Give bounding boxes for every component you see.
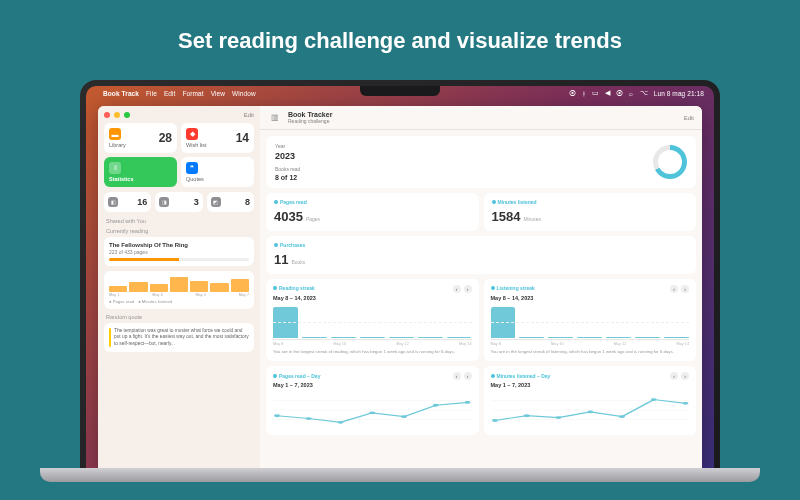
dot-icon [273,374,277,378]
sidebar-section-quote: Random quote [106,314,252,320]
minutes-listened-card[interactable]: Minutes listened 1584Minutes [484,193,697,231]
search-icon[interactable]: ⌕ [629,90,633,97]
next-button[interactable]: › [464,372,472,380]
svg-point-7 [401,415,407,418]
legend-item: ● Pages read [109,299,134,304]
menu-window[interactable]: Window [232,90,256,97]
next-button[interactable]: › [464,285,472,293]
desktop: Book Track File Edit Format View Window … [86,86,714,470]
control-center-icon[interactable]: ⌥ [640,89,648,97]
main-panel: ▥ Book Tracker Reading challenge Edit Ye… [260,106,702,470]
tile-count: 14 [236,131,249,145]
svg-point-3 [274,414,280,417]
svg-point-16 [587,410,593,413]
random-quote-card[interactable]: The temptation was great to muster what … [104,323,254,352]
svg-point-19 [682,402,688,405]
svg-point-14 [523,414,529,417]
stat-value: 1584 [492,209,521,224]
mini-count: 16 [137,197,147,207]
sidebar-tile-statistics[interactable]: ⫴ Statistics [104,157,177,187]
book-icon: ▬ [109,128,121,140]
streak-title: Listening streak [497,285,535,291]
axis-label: May 10 [334,342,346,346]
status-icon[interactable]: ⦿ [569,90,576,97]
purchases-card[interactable]: Purchases 11Books [266,236,696,274]
minutes-per-day-card: Minutes listened – Day ‹ › May 1 – 7, 20… [484,366,697,435]
streak-title: Reading streak [279,285,315,291]
tile-label: Library [109,142,126,148]
streak-note: You are in the longest streak of reading… [273,349,472,355]
pages-read-card[interactable]: Pages read 4035Pages [266,193,479,231]
toolbar-edit-button[interactable]: Edit [684,115,694,121]
line-title: Minutes listened – Day [497,373,551,379]
svg-point-18 [650,398,656,401]
menu-edit[interactable]: Edit [164,90,176,97]
stat-unit: Pages [306,216,320,222]
progress-bar [109,258,249,261]
axis-label: May 14 [459,342,471,346]
line-range: May 1 – 7, 2023 [273,382,472,388]
next-button[interactable]: › [681,372,689,380]
sidebar-section-shared: Shared with You [106,218,252,224]
axis-label: May 7 [239,293,249,297]
svg-point-6 [369,411,375,414]
window-subtitle: Reading challenge [288,119,332,124]
stat-label: Pages read [280,199,307,205]
menu-format[interactable]: Format [183,90,204,97]
axis-label: May 14 [677,342,689,346]
reading-challenge-card[interactable]: Year 2023 Books read 8 of 12 [266,136,696,188]
minimize-button[interactable] [114,112,120,118]
tag-icon: ◨ [159,197,169,207]
stat-value: 4035 [274,209,303,224]
menubar-clock[interactable]: Lun 8 mag 21:18 [654,90,704,97]
sidebar-mini-tile[interactable]: ◩ 8 [207,192,254,212]
menu-file[interactable]: File [146,90,157,97]
sidebar-tile-quotes[interactable]: ❝ Quotes [181,157,254,187]
tile-label: Quotes [186,176,204,182]
fullscreen-button[interactable] [124,112,130,118]
svg-point-17 [619,415,625,418]
battery-icon[interactable]: ▭ [592,89,599,97]
sidebar-section-current: Currently reading [106,228,252,234]
sidebar-toggle-icon[interactable]: ▥ [268,111,282,125]
next-button[interactable]: › [681,285,689,293]
sidebar-tile-library[interactable]: ▬ Library 28 [104,123,177,153]
menu-view[interactable]: View [211,90,225,97]
sidebar: Edit ▬ Library 28 ◆ Wish list [98,106,260,470]
stat-label: Minutes listened [498,199,537,205]
axis-label: May 12 [614,342,626,346]
stats-icon: ⫴ [109,162,121,174]
laptop-base [40,468,760,482]
streak-range: May 8 – 14, 2023 [273,295,472,301]
sidebar-mini-tile[interactable]: ◧ 16 [104,192,151,212]
mini-count: 3 [194,197,199,207]
prev-button[interactable]: ‹ [670,372,678,380]
sidebar-edit-button[interactable]: Edit [244,112,254,118]
current-reading-card[interactable]: The Fellowship Of The Ring 223 of 433 pa… [104,237,254,266]
tag-icon: ◩ [211,197,221,207]
prev-button[interactable]: ‹ [453,372,461,380]
sidebar-mini-chart[interactable]: May 1 May 3 May 5 May 7 ● Pages read ● M… [104,271,254,309]
sidebar-mini-tile[interactable]: ◨ 3 [155,192,202,212]
volume-icon[interactable]: ◀︎ [605,89,610,97]
promo-headline: Set reading challenge and visualize tren… [0,0,800,72]
bluetooth-icon[interactable]: ᚼ [582,90,586,97]
svg-point-8 [433,403,439,406]
prev-button[interactable]: ‹ [453,285,461,293]
stat-unit: Books [291,259,305,265]
axis-label: May 10 [551,342,563,346]
close-button[interactable] [104,112,110,118]
svg-point-9 [465,401,471,404]
tile-count: 28 [159,131,172,145]
quote-icon: ❝ [186,162,198,174]
sidebar-tile-wishlist[interactable]: ◆ Wish list 14 [181,123,254,153]
streak-note: You are in the longest streak of listeni… [491,349,690,355]
dot-icon [491,374,495,378]
streak-chart [273,304,472,340]
stat-label: Purchases [280,242,305,248]
wifi-icon[interactable]: ⦿ [616,90,623,97]
menubar-app-name[interactable]: Book Track [103,90,139,97]
dot-icon [491,286,495,290]
tile-label: Statistics [109,176,133,182]
prev-button[interactable]: ‹ [670,285,678,293]
